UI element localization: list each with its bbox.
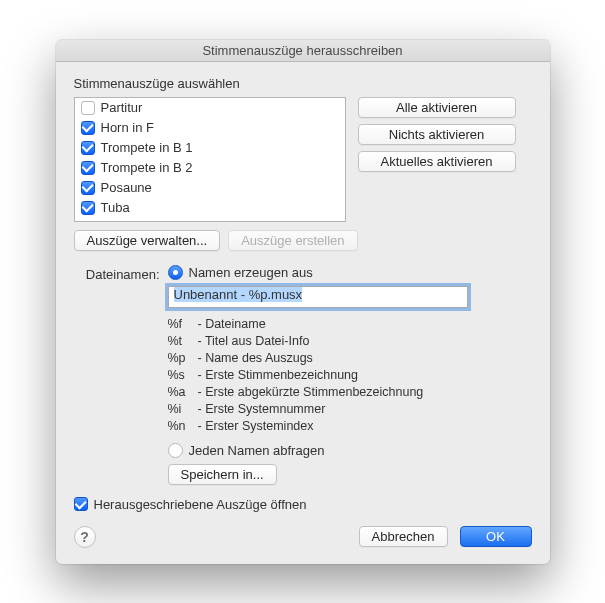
cancel-button[interactable]: Abbrechen xyxy=(359,526,448,547)
list-item[interactable]: Horn in F xyxy=(75,118,345,138)
radio-icon xyxy=(168,443,183,458)
legend-row: %s- Erste Stimmenbezeichnung xyxy=(168,367,532,384)
legend-key: %a xyxy=(168,384,192,401)
legend-desc: - Titel aus Datei-Info xyxy=(198,333,310,350)
filenames-label: Dateinamen: xyxy=(74,265,160,282)
legend-desc: - Erste Stimmenbezeichnung xyxy=(198,367,359,384)
list-item-label: Trompete in B 1 xyxy=(101,140,193,155)
legend-desc: - Dateiname xyxy=(198,316,266,333)
help-button[interactable]: ? xyxy=(74,526,96,548)
list-item[interactable]: Partitur xyxy=(75,98,345,118)
dialog-content: Stimmenauszüge auswählen PartiturHorn in… xyxy=(56,62,550,564)
list-item-label: Tuba xyxy=(101,200,130,215)
prompt-names-radio[interactable]: Jeden Namen abfragen xyxy=(168,443,532,458)
list-item[interactable]: Trompete in B 2 xyxy=(75,158,345,178)
checkbox-icon xyxy=(74,497,88,511)
legend-key: %i xyxy=(168,401,192,418)
legend-desc: - Erste Systemnummer xyxy=(198,401,326,418)
legend-row: %a- Erste abgekürzte Stimmenbezeichnung xyxy=(168,384,532,401)
manage-parts-button[interactable]: Auszüge verwalten... xyxy=(74,230,221,251)
legend-row: %f- Dateiname xyxy=(168,316,532,333)
checkbox-icon[interactable] xyxy=(81,161,95,175)
legend-key: %s xyxy=(168,367,192,384)
legend-row: %t- Titel aus Datei-Info xyxy=(168,333,532,350)
list-item-label: Posaune xyxy=(101,180,152,195)
legend-key: %f xyxy=(168,316,192,333)
create-parts-button: Auszüge erstellen xyxy=(228,230,357,251)
list-item-label: Partitur xyxy=(101,100,143,115)
legend-row: %i- Erste Systemnummer xyxy=(168,401,532,418)
legend-desc: - Erste abgekürzte Stimmenbezeichnung xyxy=(198,384,424,401)
parts-listbox[interactable]: PartiturHorn in FTrompete in B 1Trompete… xyxy=(74,97,346,222)
checkbox-icon[interactable] xyxy=(81,181,95,195)
activate-none-button[interactable]: Nichts aktivieren xyxy=(358,124,516,145)
list-item[interactable]: Trompete in B 1 xyxy=(75,138,345,158)
open-extracted-label: Herausgeschriebene Auszüge öffnen xyxy=(94,497,307,512)
legend-key: %t xyxy=(168,333,192,350)
save-into-button[interactable]: Speichern in... xyxy=(168,464,277,485)
pattern-legend: %f- Dateiname%t- Titel aus Datei-Info%p-… xyxy=(168,316,532,435)
prompt-names-label: Jeden Namen abfragen xyxy=(189,443,325,458)
list-item[interactable]: Tuba xyxy=(75,198,345,218)
select-parts-label: Stimmenauszüge auswählen xyxy=(74,76,532,91)
list-item[interactable]: Posaune xyxy=(75,178,345,198)
ok-button[interactable]: OK xyxy=(460,526,532,547)
generate-names-radio[interactable]: Namen erzeugen aus xyxy=(168,265,532,280)
activate-all-button[interactable]: Alle aktivieren xyxy=(358,97,516,118)
legend-key: %n xyxy=(168,418,192,435)
legend-row: %n- Erster Systemindex xyxy=(168,418,532,435)
dialog-title: Stimmenauszüge herausschreiben xyxy=(56,40,550,62)
filename-pattern-input[interactable]: Unbenannt - %p.musx xyxy=(168,286,468,308)
list-item-label: Trompete in B 2 xyxy=(101,160,193,175)
extract-parts-dialog: Stimmenauszüge herausschreiben Stimmenau… xyxy=(56,40,550,564)
legend-row: %p- Name des Auszugs xyxy=(168,350,532,367)
open-extracted-checkbox[interactable]: Herausgeschriebene Auszüge öffnen xyxy=(74,497,532,512)
legend-key: %p xyxy=(168,350,192,367)
checkbox-icon[interactable] xyxy=(81,101,95,115)
legend-desc: - Erster Systemindex xyxy=(198,418,314,435)
filename-pattern-value: Unbenannt - %p.musx xyxy=(174,287,303,302)
checkbox-icon[interactable] xyxy=(81,121,95,135)
generate-names-label: Namen erzeugen aus xyxy=(189,265,313,280)
radio-icon xyxy=(168,265,183,280)
legend-desc: - Name des Auszugs xyxy=(198,350,313,367)
list-item-label: Horn in F xyxy=(101,120,154,135)
checkbox-icon[interactable] xyxy=(81,201,95,215)
activate-current-button[interactable]: Aktuelles aktivieren xyxy=(358,151,516,172)
checkbox-icon[interactable] xyxy=(81,141,95,155)
